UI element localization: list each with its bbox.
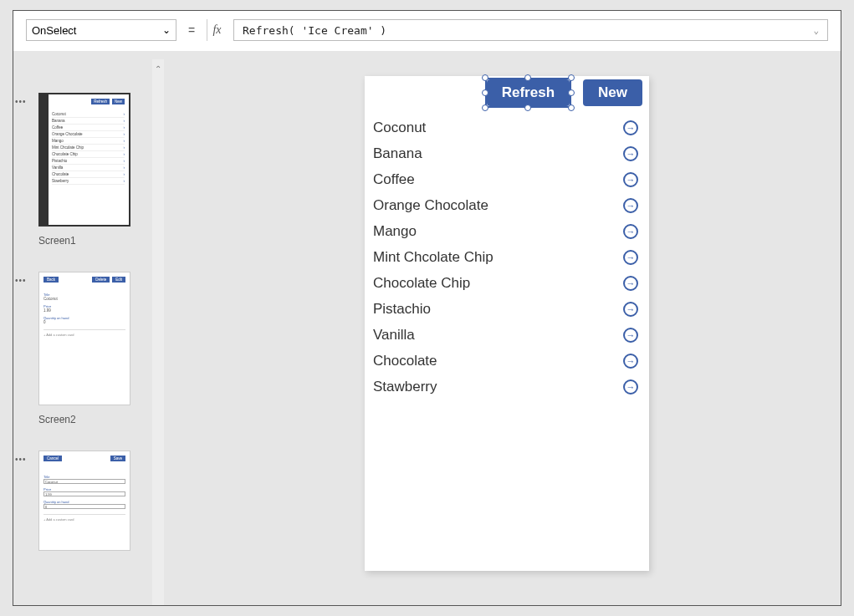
thumb-list-item: Coffee: [52, 125, 125, 131]
thumbnail-screen2[interactable]: ••• Back Delete Edit Title Coconut Price…: [30, 272, 147, 425]
arrow-right-icon[interactable]: →: [623, 379, 638, 395]
arrow-right-icon[interactable]: →: [623, 120, 638, 135]
thumbnails-list: ••• Refresh New Coconut Banana Coffee Or…: [30, 93, 147, 576]
thumb-input: Coconut: [43, 479, 125, 484]
fx-label: fx: [207, 19, 227, 41]
thumb-list-item: Vanilla: [52, 165, 125, 171]
resize-handle[interactable]: [568, 104, 575, 111]
arrow-right-icon[interactable]: →: [623, 354, 638, 369]
list-item[interactable]: Chocolate →: [373, 348, 641, 374]
resize-handle[interactable]: [482, 104, 488, 111]
list-item-title: Chocolate: [373, 353, 437, 369]
arrow-right-icon[interactable]: →: [623, 146, 638, 161]
list-item-title: Mint Chcolate Chip: [373, 249, 493, 266]
arrow-right-icon[interactable]: →: [623, 172, 638, 187]
resize-handle[interactable]: [568, 74, 575, 81]
formula-expression: Refresh( 'Ice Cream' ): [243, 24, 386, 37]
thumbnail-label: Screen1: [38, 235, 147, 247]
thumb-delete-button: Delete: [92, 277, 110, 283]
list-item-title: Coffee: [373, 171, 415, 188]
thumb-add-card: + Add a custom card: [43, 514, 125, 522]
list-item[interactable]: Mint Chcolate Chip →: [373, 244, 641, 270]
thumbnail-preview: Cancel Save Title Coconut Price 1.99 Qua…: [38, 451, 130, 551]
app-frame: OnSelect ⌄ = fx Refresh( 'Ice Cream' ) ⌄…: [13, 10, 841, 606]
list-item-title: Mango: [373, 223, 417, 240]
thumb-list-item: Chocolate: [52, 171, 125, 178]
thumb-back-button: Back: [43, 277, 59, 283]
thumb-list: Coconut Banana Coffee Orange Chocolate M…: [52, 111, 125, 185]
list-item-title: Coconut: [373, 120, 426, 136]
header-buttons: Refresh New: [485, 78, 642, 108]
thumb-edit-button: Edit: [112, 277, 125, 283]
canvas[interactable]: Refresh New Coconut → Ba: [164, 51, 841, 605]
chevron-down-icon: ⌄: [162, 24, 171, 36]
gallery[interactable]: Coconut → Banana → Coffee → Orange Choco…: [373, 115, 641, 400]
more-icon[interactable]: •••: [15, 97, 27, 106]
formula-bar: OnSelect ⌄ = fx Refresh( 'Ice Cream' ) ⌄: [26, 19, 828, 41]
thumb-list-item: Mint Chcolate Chip: [52, 145, 125, 151]
screens-panel: ⌃ ••• Refresh New Coconut Banana Coffee …: [13, 51, 164, 605]
arrow-right-icon[interactable]: →: [623, 198, 638, 213]
thumb-refresh-button: Refresh: [91, 99, 110, 104]
more-icon[interactable]: •••: [15, 276, 27, 285]
thumb-list-item: Coconut: [52, 111, 125, 118]
chevron-down-icon: ⌄: [813, 25, 819, 36]
list-item-title: Pistachio: [373, 301, 431, 318]
thumb-field-value: 0: [43, 320, 125, 324]
list-item-title: Vanilla: [373, 327, 415, 344]
thumbnail-preview: Refresh New Coconut Banana Coffee Orange…: [38, 93, 130, 227]
list-item-title: Chocolate Chip: [373, 275, 470, 292]
arrow-right-icon[interactable]: →: [623, 328, 638, 343]
formula-input[interactable]: Refresh( 'Ice Cream' ) ⌄: [233, 19, 828, 41]
list-item[interactable]: Chocolate Chip →: [373, 270, 641, 296]
thumbnail-screen1[interactable]: ••• Refresh New Coconut Banana Coffee Or…: [30, 93, 147, 247]
list-item[interactable]: Orange Chocolate →: [373, 192, 641, 218]
thumbnail-label: Screen2: [38, 414, 147, 425]
arrow-right-icon[interactable]: →: [623, 276, 638, 291]
scrollbar[interactable]: ⌃: [152, 59, 164, 605]
thumb-list-item: Chocolate Chip: [52, 151, 125, 158]
thumb-cancel-button: Cancel: [43, 456, 62, 461]
list-item-title: Orange Chocolate: [373, 197, 488, 214]
thumb-input: 1.99: [43, 491, 125, 496]
more-icon[interactable]: •••: [15, 455, 27, 464]
property-dropdown-value: OnSelect: [32, 24, 76, 37]
scroll-up-icon[interactable]: ⌃: [152, 64, 164, 74]
list-item[interactable]: Pistachio →: [373, 296, 641, 322]
list-item[interactable]: Vanilla →: [373, 322, 641, 348]
list-item[interactable]: Coconut →: [373, 115, 641, 140]
thumb-input: 0: [43, 504, 125, 509]
list-item-title: Stawberry: [373, 379, 437, 395]
list-item[interactable]: Stawberry →: [373, 374, 641, 400]
thumb-list-item: Pistachio: [52, 158, 125, 165]
arrow-right-icon[interactable]: →: [623, 250, 638, 265]
list-item[interactable]: Banana →: [373, 140, 641, 166]
thumb-field-value: Coconut: [43, 297, 125, 301]
list-item[interactable]: Mango →: [373, 218, 641, 244]
thumb-add-card: + Add a custom card: [43, 329, 125, 337]
thumb-new-button: New: [112, 99, 125, 104]
arrow-right-icon[interactable]: →: [623, 224, 638, 239]
thumb-field-value: 1.99: [43, 308, 125, 313]
resize-handle[interactable]: [568, 89, 575, 96]
new-button[interactable]: New: [583, 79, 642, 106]
thumb-list-item: Orange Chocolate: [52, 131, 125, 138]
list-item[interactable]: Coffee →: [373, 166, 641, 192]
list-item-title: Banana: [373, 145, 422, 162]
arrow-right-icon[interactable]: →: [623, 302, 638, 317]
app-preview: Refresh New Coconut → Ba: [365, 76, 649, 571]
thumbnail-screen3[interactable]: ••• Cancel Save Title Coconut Price 1.99…: [30, 451, 147, 551]
selected-control[interactable]: Refresh: [485, 78, 571, 108]
resize-handle[interactable]: [524, 104, 531, 111]
thumb-sidebar: [40, 94, 49, 225]
property-dropdown[interactable]: OnSelect ⌄: [26, 19, 176, 41]
resize-handle[interactable]: [482, 89, 488, 96]
refresh-button[interactable]: Refresh: [487, 79, 570, 106]
equals-label: =: [183, 19, 200, 41]
thumb-list-item: Mango: [52, 138, 125, 145]
thumb-list-item: Stawberry: [52, 178, 125, 185]
thumb-list-item: Banana: [52, 118, 125, 125]
thumbnail-preview: Back Delete Edit Title Coconut Price 1.9…: [38, 272, 130, 405]
thumb-save-button: Save: [110, 456, 125, 461]
resize-handle[interactable]: [482, 74, 488, 81]
